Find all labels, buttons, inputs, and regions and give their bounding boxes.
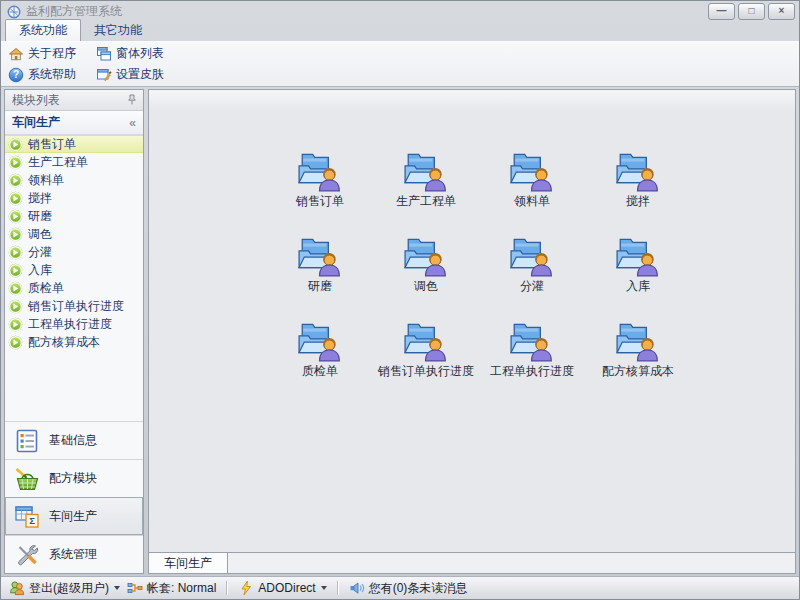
window-title: 益利配方管理系统 bbox=[26, 3, 708, 20]
folder-user-icon bbox=[297, 148, 343, 192]
data-provider-button[interactable]: ADODirect bbox=[238, 580, 326, 596]
module-icon-label: 工程单执行进度 bbox=[490, 363, 574, 380]
sidebar-item-label: 工程单执行进度 bbox=[28, 316, 112, 333]
sidebar-item-label: 搅拌 bbox=[28, 190, 52, 207]
folder-user-icon bbox=[509, 148, 555, 192]
connection-icon bbox=[127, 580, 143, 596]
sidebar-item-quality-check[interactable]: 质检单 bbox=[5, 279, 143, 297]
main-area: 销售订单 生产工程单 领料单 搅拌 bbox=[148, 89, 796, 574]
folder-user-icon bbox=[615, 148, 661, 192]
status-separator bbox=[226, 581, 228, 595]
go-arrow-icon bbox=[8, 299, 23, 314]
maximize-button[interactable]: □ bbox=[738, 3, 765, 20]
group-label: 基础信息 bbox=[49, 432, 97, 449]
about-program-button[interactable]: 关于程序 bbox=[8, 45, 96, 62]
module-icon-order-progress[interactable]: 工程单执行进度 bbox=[479, 318, 585, 403]
form-list-button[interactable]: 窗体列表 bbox=[96, 45, 799, 62]
sidebar-item-production-order[interactable]: 生产工程单 bbox=[5, 153, 143, 171]
unread-messages-label: 您有(0)条未读消息 bbox=[369, 580, 468, 597]
set-skin-button[interactable]: 设置皮肤 bbox=[96, 66, 799, 83]
folder-user-icon bbox=[297, 233, 343, 277]
sidebar-item-sales-order[interactable]: 销售订单 bbox=[5, 135, 143, 153]
module-icon-mixing[interactable]: 搅拌 bbox=[585, 148, 691, 233]
status-bar: 登出(超级用户) 帐套: Normal ADODirect 您有(0)条未读消息 bbox=[1, 576, 799, 599]
module-icon-grinding[interactable]: 研磨 bbox=[267, 233, 373, 318]
sidebar-item-sales-progress[interactable]: 销售订单执行进度 bbox=[5, 297, 143, 315]
speaker-icon bbox=[349, 580, 365, 596]
module-icon-picking-list[interactable]: 领料单 bbox=[479, 148, 585, 233]
sidebar-item-color-matching[interactable]: 调色 bbox=[5, 225, 143, 243]
unread-messages-button[interactable]: 您有(0)条未读消息 bbox=[349, 580, 468, 597]
module-icon-sales-order[interactable]: 销售订单 bbox=[267, 148, 373, 233]
logout-button[interactable]: 登出(超级用户) bbox=[9, 580, 120, 597]
lightning-icon bbox=[238, 580, 254, 596]
tab-other-functions[interactable]: 其它功能 bbox=[81, 20, 155, 41]
tab-system-functions[interactable]: 系统功能 bbox=[5, 19, 81, 41]
group-label: 车间生产 bbox=[49, 508, 97, 525]
production-window-icon bbox=[14, 504, 40, 530]
sidebar-item-label: 入库 bbox=[28, 262, 52, 279]
dropdown-caret-icon bbox=[114, 586, 120, 590]
group-formula-module[interactable]: 配方模块 bbox=[5, 459, 143, 497]
module-icon-label: 销售订单执行进度 bbox=[378, 363, 474, 380]
module-icon-filling[interactable]: 分灌 bbox=[479, 233, 585, 318]
skin-icon bbox=[96, 67, 112, 83]
basket-icon bbox=[14, 466, 40, 492]
account-set-label: 帐套: Normal bbox=[147, 580, 216, 597]
sidebar-item-label: 质检单 bbox=[28, 280, 64, 297]
ribbon-toolbar: 关于程序 窗体列表 系统帮助 设置皮肤 bbox=[1, 41, 799, 87]
go-arrow-icon bbox=[8, 281, 23, 296]
close-button[interactable]: × bbox=[768, 3, 795, 20]
sidebar-item-label: 分灌 bbox=[28, 244, 52, 261]
group-system-management[interactable]: 系统管理 bbox=[5, 535, 143, 573]
group-workshop-production[interactable]: 车间生产 bbox=[5, 497, 143, 535]
sidebar-header-label: 模块列表 bbox=[12, 92, 60, 109]
document-tab-workshop-production[interactable]: 车间生产 bbox=[149, 553, 228, 573]
sidebar-item-warehousing[interactable]: 入库 bbox=[5, 261, 143, 279]
about-program-label: 关于程序 bbox=[28, 45, 76, 62]
sidebar-item-order-progress[interactable]: 工程单执行进度 bbox=[5, 315, 143, 333]
module-icon-label: 分灌 bbox=[520, 278, 544, 295]
help-icon bbox=[8, 67, 24, 83]
module-icon-label: 生产工程单 bbox=[396, 193, 456, 210]
module-icon-label: 质检单 bbox=[302, 363, 338, 380]
sidebar-item-label: 销售订单 bbox=[28, 136, 76, 153]
group-basic-info[interactable]: 基础信息 bbox=[5, 421, 143, 459]
sidebar-item-label: 研磨 bbox=[28, 208, 52, 225]
tools-icon bbox=[14, 542, 40, 568]
sidebar-item-filling[interactable]: 分灌 bbox=[5, 243, 143, 261]
module-icon-quality-check[interactable]: 质检单 bbox=[267, 318, 373, 403]
sidebar-item-label: 调色 bbox=[28, 226, 52, 243]
system-help-label: 系统帮助 bbox=[28, 66, 76, 83]
list-icon bbox=[14, 428, 40, 454]
pin-icon[interactable] bbox=[126, 94, 138, 106]
module-icon-warehousing[interactable]: 入库 bbox=[585, 233, 691, 318]
data-provider-label: ADODirect bbox=[258, 581, 315, 595]
system-help-button[interactable]: 系统帮助 bbox=[8, 66, 96, 83]
minimize-button[interactable]: — bbox=[708, 3, 735, 20]
module-icon-formula-cost[interactable]: 配方核算成本 bbox=[585, 318, 691, 403]
folder-user-icon bbox=[403, 233, 449, 277]
sidebar-item-mixing[interactable]: 搅拌 bbox=[5, 189, 143, 207]
module-icon-production-order[interactable]: 生产工程单 bbox=[373, 148, 479, 233]
sidebar-item-grinding[interactable]: 研磨 bbox=[5, 207, 143, 225]
folder-user-icon bbox=[615, 318, 661, 362]
folder-user-icon bbox=[509, 318, 555, 362]
module-sidebar: 模块列表 车间生产 « 销售订单 生产工程单 领料单 搅拌 bbox=[4, 89, 144, 574]
collapse-chevron-icon[interactable]: « bbox=[129, 116, 136, 130]
ribbon-tab-strip: 系统功能 其它功能 bbox=[1, 22, 799, 41]
group-label: 系统管理 bbox=[49, 546, 97, 563]
module-icon-color-matching[interactable]: 调色 bbox=[373, 233, 479, 318]
go-arrow-icon bbox=[8, 245, 23, 260]
sidebar-caption-label: 车间生产 bbox=[12, 114, 60, 131]
go-arrow-icon bbox=[8, 155, 23, 170]
folder-user-icon bbox=[509, 233, 555, 277]
module-icon-sales-progress[interactable]: 销售订单执行进度 bbox=[373, 318, 479, 403]
sidebar-item-picking-list[interactable]: 领料单 bbox=[5, 171, 143, 189]
document-tab-strip: 车间生产 bbox=[148, 553, 796, 574]
module-icon-label: 销售订单 bbox=[296, 193, 344, 210]
sidebar-item-formula-cost[interactable]: 配方核算成本 bbox=[5, 333, 143, 351]
go-arrow-icon bbox=[8, 317, 23, 332]
users-icon bbox=[9, 580, 25, 596]
go-arrow-icon bbox=[8, 137, 23, 152]
